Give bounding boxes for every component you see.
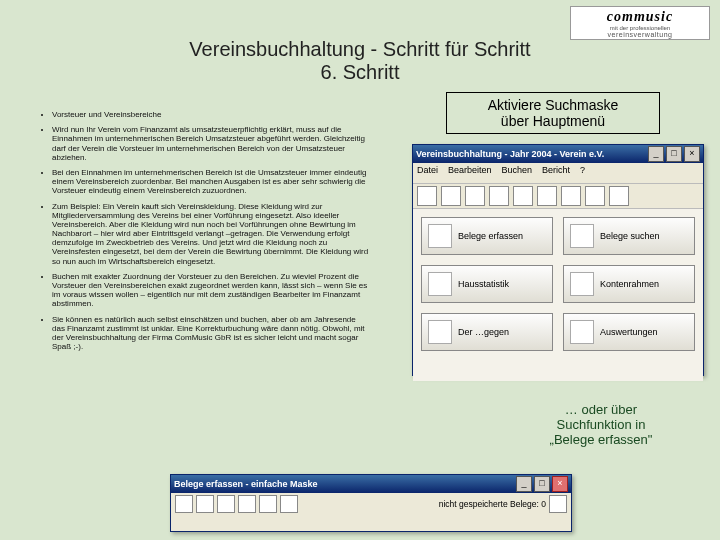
btn-kontenrahmen[interactable]: Kontenrahmen — [563, 265, 695, 303]
btn-der-gegen[interactable]: Der …gegen — [421, 313, 553, 351]
bullet-list: Vorsteuer und Vereinsbereiche Wird nun I… — [30, 110, 370, 357]
bullet-item: Zum Beispiel: Ein Verein kauft sich Vere… — [52, 202, 370, 266]
menu-bearbeiten[interactable]: Bearbeiten — [448, 165, 492, 181]
bullet-item: Buchen mit exakter Zuordnung der Vorsteu… — [52, 272, 370, 309]
toolbar: nicht gespeicherte Belege: 0 — [171, 493, 571, 515]
toolbar — [413, 184, 703, 209]
accounts-icon — [570, 272, 594, 296]
maximize-icon[interactable]: □ — [666, 146, 682, 162]
search-icon — [570, 224, 594, 248]
toolbar-icon[interactable] — [441, 186, 461, 206]
logo-line1: commusic — [573, 9, 707, 25]
tool-icon[interactable] — [549, 495, 567, 513]
btn-hausstatistik[interactable]: Hausstatistik — [421, 265, 553, 303]
bullet-item: Wird nun Ihr Verein vom Finanzamt als um… — [52, 125, 370, 162]
stats-icon — [428, 272, 452, 296]
menubar: Datei Bearbeiten Buchen Bericht ? — [413, 163, 703, 184]
logo-line3: vereinsverwaltung — [573, 31, 707, 38]
window-body: Belege erfassen Belege suchen Hausstatis… — [413, 209, 703, 381]
tool-icon[interactable] — [196, 495, 214, 513]
toolbar-icon[interactable] — [537, 186, 557, 206]
close-icon[interactable]: × — [684, 146, 700, 162]
tool-icon[interactable] — [238, 495, 256, 513]
toolbar-icon[interactable] — [513, 186, 533, 206]
maximize-icon[interactable]: □ — [534, 476, 550, 492]
title-line2: 6. Schritt — [0, 61, 720, 84]
title-line1: Vereinsbuchhaltung - Schritt für Schritt — [0, 38, 720, 61]
toolbar-icon[interactable] — [465, 186, 485, 206]
close-icon[interactable]: × — [552, 476, 568, 492]
minimize-icon[interactable]: _ — [648, 146, 664, 162]
btn-belege-erfassen[interactable]: Belege erfassen — [421, 217, 553, 255]
btn-auswertungen[interactable]: Auswertungen — [563, 313, 695, 351]
menu-help[interactable]: ? — [580, 165, 585, 181]
toolbar-icon[interactable] — [417, 186, 437, 206]
logo: commusic mit der professionellen vereins… — [570, 6, 710, 40]
toolbar-icon[interactable] — [489, 186, 509, 206]
misc-icon — [428, 320, 452, 344]
tool-icon[interactable] — [280, 495, 298, 513]
toolbar-icon[interactable] — [561, 186, 581, 206]
tool-icon[interactable] — [175, 495, 193, 513]
window-vereinsbuchhaltung: Vereinsbuchhaltung - Jahr 2004 - Verein … — [412, 144, 704, 376]
window-title: Belege erfassen - einfache Maske — [174, 479, 318, 489]
titlebar[interactable]: Belege erfassen - einfache Maske _ □ × — [171, 475, 571, 493]
menu-datei[interactable]: Datei — [417, 165, 438, 181]
report-icon — [570, 320, 594, 344]
minimize-icon[interactable]: _ — [516, 476, 532, 492]
menu-bericht[interactable]: Bericht — [542, 165, 570, 181]
bullet-item: Bei den Einnahmen im unternehmerischen B… — [52, 168, 370, 196]
bullet-item: Sie können es natürlich auch selbst eins… — [52, 315, 370, 352]
tool-icon[interactable] — [217, 495, 235, 513]
callout-hauptmenu: Aktiviere Suchmaske über Hauptmenü — [446, 92, 660, 134]
status-text: nicht gespeicherte Belege: 0 — [439, 499, 546, 509]
window-title: Vereinsbuchhaltung - Jahr 2004 - Verein … — [416, 149, 604, 159]
callout-suchfunktion: … oder über Suchfunktion in „Belege erfa… — [526, 402, 676, 447]
document-icon — [428, 224, 452, 248]
btn-belege-suchen[interactable]: Belege suchen — [563, 217, 695, 255]
menu-buchen[interactable]: Buchen — [502, 165, 533, 181]
bullet-item: Vorsteuer und Vereinsbereiche — [52, 110, 370, 119]
page-title: Vereinsbuchhaltung - Schritt für Schritt… — [0, 38, 720, 84]
toolbar-icon[interactable] — [609, 186, 629, 206]
titlebar[interactable]: Vereinsbuchhaltung - Jahr 2004 - Verein … — [413, 145, 703, 163]
window-belege-erfassen: Belege erfassen - einfache Maske _ □ × n… — [170, 474, 572, 532]
toolbar-icon[interactable] — [585, 186, 605, 206]
tool-icon[interactable] — [259, 495, 277, 513]
